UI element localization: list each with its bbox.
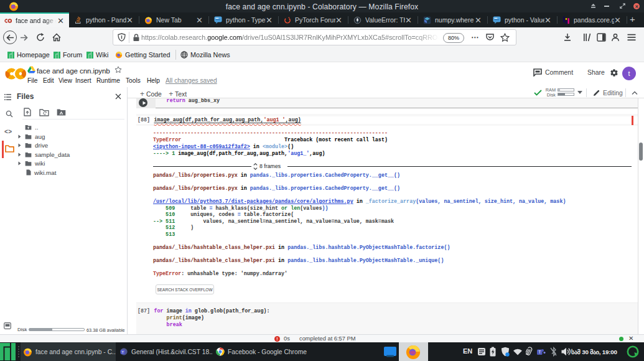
svg-text:T: T [122,350,124,354]
svg-text:T: T [538,350,541,354]
